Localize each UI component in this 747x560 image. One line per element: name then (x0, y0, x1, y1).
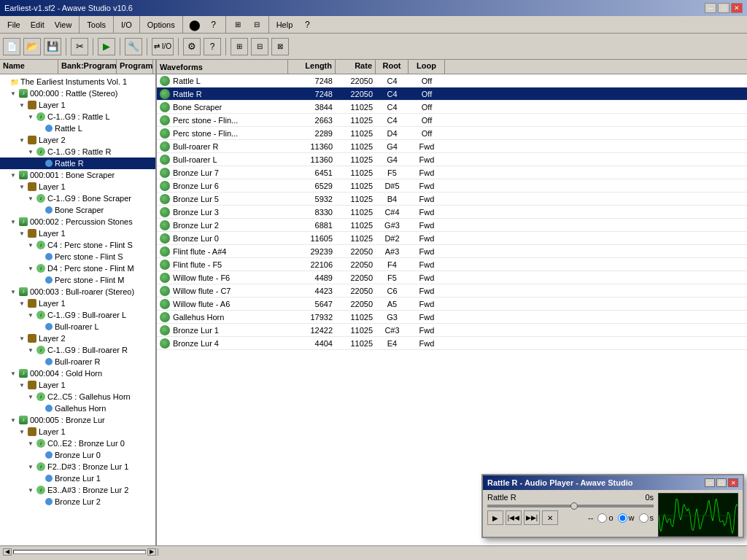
horizontal-scrollbar[interactable]: ◀ ▶ (0, 545, 747, 557)
menu-help[interactable]: Help (272, 19, 298, 31)
toolbar-grid-a[interactable]: ⊞ (231, 38, 248, 55)
toolbar-play[interactable]: ▶ (98, 38, 115, 55)
tree-item[interactable]: ▼♪C2..C5 : Gallehus Horn (0, 391, 155, 402)
tree-item[interactable]: ▼Layer 1 (0, 379, 155, 391)
waveform-row[interactable]: Rattle L 7248 22050 C4 Off (157, 74, 747, 88)
tree-item[interactable]: ▼♪D4 : Perc stone - Flint M (0, 262, 155, 274)
menu-file[interactable]: File (3, 19, 25, 31)
waveform-row[interactable]: Bronze Lur 6 6529 11025 D#5 Fwd (157, 179, 747, 192)
player-radio-o[interactable]: o (597, 513, 613, 523)
tree-item[interactable]: ▼♪C-1..G9 : Bull-roarer R (0, 344, 155, 356)
tree-item[interactable]: ▼♪000:000 : Rattle (Stereo) (0, 88, 155, 99)
tree-item[interactable]: Bull-roarer R (0, 356, 155, 368)
toolbar-grid-b[interactable]: ⊟ (251, 38, 268, 55)
toolbar-icon-grid1[interactable]: ⊞ (229, 16, 247, 34)
player-seek-bar[interactable] (487, 505, 654, 508)
player-play-button[interactable]: ▶ (487, 510, 503, 525)
tree-item[interactable]: ▼♪C-1..G9 : Rattle R (0, 146, 155, 158)
toolbar-settings[interactable]: 🔧 (125, 38, 142, 55)
player-radio-w[interactable]: w (618, 513, 635, 523)
col-bank[interactable]: Bank:Program (58, 60, 117, 74)
tree-item[interactable]: ▼♪C4 : Perc stone - Flint S (0, 239, 155, 251)
tree-item[interactable]: Rattle R (0, 158, 155, 169)
tree-item[interactable]: ▼Layer 1 (0, 426, 155, 438)
col-length[interactable]: Length (288, 60, 336, 74)
tree-item[interactable]: ▼Layer 1 (0, 228, 155, 239)
player-maximize[interactable]: □ (716, 478, 727, 487)
tree-item[interactable]: ▼♪E3..A#3 : Bronze Lur 2 (0, 484, 155, 496)
toolbar-new[interactable]: 📄 (3, 38, 20, 55)
player-minimize[interactable]: ─ (705, 478, 715, 487)
tree-item[interactable]: Perc stone - Flint S (0, 251, 155, 262)
scroll-left-btn[interactable]: ◀ (3, 548, 12, 556)
waveform-row[interactable]: Bronze Lur 4 4404 11025 E4 Fwd (157, 337, 747, 350)
toolbar-gear[interactable]: ⚙ (183, 38, 201, 55)
tree-item[interactable]: ▼Layer 1 (0, 298, 155, 309)
tree-item[interactable]: Gallehus Horn (0, 402, 155, 414)
waveform-row[interactable]: Flint flute - A#4 29239 22050 A#3 Fwd (157, 245, 747, 258)
maximize-button[interactable]: □ (718, 3, 729, 13)
player-radio-o-input[interactable] (597, 513, 607, 523)
waveform-row[interactable]: Willow flute - C7 4423 22050 C6 Fwd (157, 284, 747, 298)
toolbar-icon-grid2[interactable]: ⊟ (248, 16, 266, 34)
tree-item[interactable]: ▼♪000:003 : Bull-roarer (Stereo) (0, 286, 155, 298)
tree-item[interactable]: ▼♪C-1..G9 : Bone Scraper (0, 192, 155, 204)
waveform-row[interactable]: Bronze Lur 1 12422 11025 C#3 Fwd (157, 324, 747, 337)
waveform-row[interactable]: Bull-roarer R 11360 11025 G4 Fwd (157, 140, 747, 153)
waveform-row[interactable]: Willow flute - A6 5647 22050 A5 Fwd (157, 298, 747, 311)
tree-item[interactable]: ▼♪C-1..G9 : Bull-roarer L (0, 309, 155, 321)
tree-item[interactable]: Rattle L (0, 122, 155, 134)
player-radio-s-input[interactable] (639, 513, 649, 523)
toolbar-icon-circle[interactable]: ⬤ (186, 16, 204, 34)
toolbar-question[interactable]: ? (298, 16, 316, 34)
minimize-button[interactable]: ─ (705, 3, 716, 13)
tree-item[interactable]: Bronze Lur 1 (0, 472, 155, 484)
col-root[interactable]: Root (376, 60, 409, 74)
toolbar-icon-help[interactable]: ? (205, 16, 222, 34)
waveform-row[interactable]: Bronze Lur 3 8330 11025 C#4 Fwd (157, 206, 747, 219)
tree-item[interactable]: ▼Layer 1 (0, 181, 155, 192)
menu-edit[interactable]: Edit (26, 19, 49, 31)
tree-item[interactable]: ▼♪C0..E2 : Bronze Lur 0 (0, 438, 155, 449)
waveform-row[interactable]: Bronze Lur 2 6881 11025 G#3 Fwd (157, 219, 747, 232)
tree-item[interactable]: ▼♪C-1..G9 : Rattle L (0, 111, 155, 122)
menu-view[interactable]: View (50, 19, 77, 31)
toolbar-open[interactable]: 📂 (23, 38, 41, 55)
tree-item[interactable]: Bronze Lur 2 (0, 496, 155, 508)
player-rewind-button[interactable]: |◀◀ (506, 510, 522, 525)
tree-item[interactable]: ▼Layer 2 (0, 134, 155, 146)
h-scroll-track[interactable] (13, 550, 146, 554)
scroll-right-btn[interactable]: ▶ (147, 548, 156, 556)
toolbar-io[interactable]: ⇄ I/O (152, 38, 174, 55)
col-rate[interactable]: Rate (336, 60, 376, 74)
waveform-row[interactable]: Bronze Lur 0 11605 11025 D#2 Fwd (157, 232, 747, 245)
tree-item[interactable]: ▼♪F2..D#3 : Bronze Lur 1 (0, 461, 155, 472)
menu-options[interactable]: Options (143, 19, 179, 31)
tree-item[interactable]: Bone Scraper (0, 204, 155, 216)
tree-item[interactable]: ▼♪000:004 : Gold Horn (0, 368, 155, 379)
waveform-row[interactable]: Gallehus Horn 17932 11025 G3 Fwd (157, 311, 747, 324)
col-name[interactable]: Name (0, 60, 58, 74)
tree-item[interactable]: ▼♪000:005 : Bronze Lur (0, 414, 155, 426)
tree-item[interactable]: Bull-roarer L (0, 321, 155, 332)
close-button[interactable]: ✕ (731, 3, 743, 13)
waveform-row[interactable]: Bull-roarer L 11360 11025 G4 Fwd (157, 153, 747, 166)
tree-item[interactable]: ▼♪000:002 : Percussion Stones (0, 216, 155, 228)
menu-io[interactable]: I/O (117, 19, 136, 31)
player-forward-button[interactable]: ▶▶| (524, 510, 540, 525)
player-radio-w-input[interactable] (618, 513, 627, 523)
waveform-row[interactable]: Perc stone - Flin... 2289 11025 D4 Off (157, 127, 747, 140)
player-radio-s[interactable]: s (639, 513, 654, 523)
waveform-row[interactable]: Bronze Lur 7 6451 11025 F5 Fwd (157, 166, 747, 179)
player-close[interactable]: ✕ (728, 478, 738, 487)
col-waveforms[interactable]: Waveforms (157, 60, 288, 74)
tree-item[interactable]: ▼Layer 2 (0, 332, 155, 344)
waveform-row[interactable]: Willow flute - F6 4489 22050 F5 Fwd (157, 271, 747, 284)
toolbar-help2[interactable]: ? (204, 38, 221, 55)
menu-tools[interactable]: Tools (82, 19, 110, 31)
seek-track[interactable] (487, 505, 654, 508)
player-stop-button[interactable]: ✕ (542, 510, 558, 525)
waveform-row[interactable]: Bronze Lur 5 5932 11025 B4 Fwd (157, 192, 747, 206)
toolbar-cut[interactable]: ✂ (71, 38, 88, 55)
tree-item[interactable]: ▼Layer 1 (0, 99, 155, 111)
